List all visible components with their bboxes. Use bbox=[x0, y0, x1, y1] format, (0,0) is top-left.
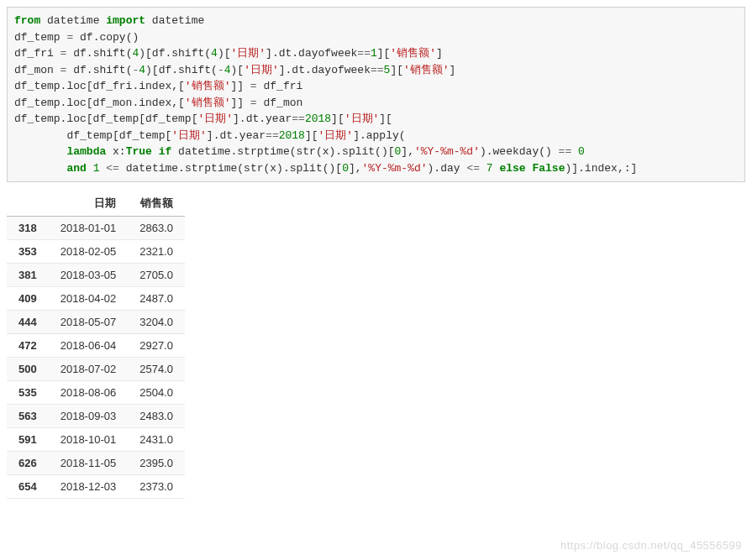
code-text: datetime.strptime(str(x).split()[ bbox=[171, 145, 394, 158]
code-text: ).weekday() bbox=[480, 145, 559, 158]
str: '%Y-%m-%d' bbox=[414, 145, 480, 158]
code-text: )[df.shift( bbox=[145, 64, 218, 76]
num: 0 bbox=[342, 162, 349, 175]
cell-sales: 2487.0 bbox=[128, 287, 185, 311]
code-text: )[ bbox=[218, 47, 231, 60]
cell-date: 2018-04-02 bbox=[49, 287, 129, 311]
str: '销售额' bbox=[185, 80, 231, 92]
code-text: ]] bbox=[230, 97, 250, 109]
row-index: 563 bbox=[7, 405, 49, 428]
op: == bbox=[266, 129, 279, 142]
code-text: df_fri bbox=[14, 47, 60, 60]
code-text: datetime bbox=[145, 14, 204, 27]
num: 2018 bbox=[279, 129, 305, 142]
kw-lambda: lambda bbox=[66, 145, 106, 158]
str: '销售额' bbox=[185, 97, 231, 109]
op: <= bbox=[106, 162, 119, 175]
code-text: df.shift( bbox=[66, 64, 132, 76]
table-row: 5352018-08-062504.0 bbox=[7, 381, 185, 405]
op: == bbox=[357, 47, 371, 60]
kw-from: from bbox=[14, 14, 40, 27]
code-text: ].dt.year bbox=[207, 129, 266, 142]
cell-date: 2018-02-05 bbox=[49, 240, 129, 264]
str: '日期' bbox=[318, 129, 354, 142]
op: == bbox=[559, 145, 572, 158]
code-text: df_temp[df_temp[ bbox=[66, 129, 171, 142]
code-text: ][ bbox=[377, 47, 391, 60]
cell-date: 2018-03-05 bbox=[49, 264, 129, 287]
cell-date: 2018-05-07 bbox=[49, 311, 129, 334]
code-text: ].dt.dayofweek bbox=[266, 47, 357, 60]
row-index: 318 bbox=[7, 217, 49, 240]
str: '日期' bbox=[197, 113, 233, 125]
row-index: 472 bbox=[7, 334, 49, 358]
code-text: ][ bbox=[379, 113, 392, 125]
op: - bbox=[218, 64, 224, 76]
code-text: )[ bbox=[231, 64, 245, 76]
cell-date: 2018-08-06 bbox=[49, 381, 129, 405]
op: <= bbox=[466, 162, 480, 175]
table-row: 6262018-11-052395.0 bbox=[7, 452, 185, 475]
str: '日期' bbox=[171, 129, 207, 142]
row-index: 409 bbox=[7, 287, 49, 311]
cell-sales: 2431.0 bbox=[128, 428, 185, 452]
sp bbox=[480, 162, 486, 175]
table-row: 5002018-07-022574.0 bbox=[7, 358, 185, 381]
pad bbox=[14, 129, 66, 142]
row-index: 353 bbox=[7, 240, 49, 264]
code-text: ], bbox=[349, 162, 362, 175]
code-text: ][ bbox=[390, 64, 403, 76]
table-row: 3532018-02-052321.0 bbox=[7, 240, 185, 264]
op: = bbox=[250, 97, 257, 109]
pad bbox=[14, 145, 66, 158]
table-row: 6542018-12-032373.0 bbox=[7, 475, 185, 499]
num: 4 bbox=[139, 64, 145, 76]
cell-sales: 2373.0 bbox=[128, 475, 185, 499]
code-text: df_temp.loc[df_temp[df_temp[ bbox=[14, 113, 197, 125]
watermark: https://blog.csdn.net/qq_45556599 bbox=[560, 539, 742, 552]
sp bbox=[571, 145, 578, 158]
table-row: 4442018-05-073204.0 bbox=[7, 311, 185, 334]
code-text: ].dt.year bbox=[233, 113, 292, 125]
code-text: )[df.shift( bbox=[139, 47, 211, 60]
code-text: ] bbox=[450, 64, 456, 76]
row-index: 654 bbox=[7, 475, 49, 499]
cell-date: 2018-01-01 bbox=[49, 217, 129, 240]
num: 4 bbox=[211, 47, 218, 60]
cell-sales: 2483.0 bbox=[128, 405, 185, 428]
table-row: 5632018-09-032483.0 bbox=[7, 405, 185, 428]
code-text: df_temp.loc[df_mon.index,[ bbox=[14, 97, 185, 109]
code-text: df_temp bbox=[14, 31, 66, 44]
code-text bbox=[152, 145, 159, 158]
table-row: 5912018-10-012431.0 bbox=[7, 428, 185, 452]
code-text: df.copy() bbox=[73, 31, 139, 44]
row-index: 444 bbox=[7, 311, 49, 334]
code-text: df_mon bbox=[257, 97, 303, 109]
kw-if: if bbox=[159, 145, 172, 158]
row-index: 381 bbox=[7, 264, 49, 287]
kw-false: False bbox=[532, 162, 565, 175]
row-index: 591 bbox=[7, 428, 49, 452]
col-header-date: 日期 bbox=[49, 191, 129, 217]
op: == bbox=[371, 64, 384, 76]
cell-date: 2018-11-05 bbox=[49, 452, 129, 475]
code-text: ][ bbox=[331, 113, 344, 125]
kw-true: True bbox=[126, 145, 152, 158]
cell-sales: 2395.0 bbox=[128, 452, 185, 475]
code-text: df_mon bbox=[14, 64, 60, 76]
cell-sales: 3204.0 bbox=[128, 311, 185, 334]
kw-import: import bbox=[106, 14, 145, 27]
output-table-wrap: 日期 销售额 3182018-01-012863.03532018-02-052… bbox=[7, 191, 745, 499]
cell-sales: 2504.0 bbox=[128, 381, 185, 405]
table-row: 4092018-04-022487.0 bbox=[7, 287, 185, 311]
code-text: ).day bbox=[428, 162, 467, 175]
row-index: 500 bbox=[7, 358, 49, 381]
cell-sales: 2927.0 bbox=[128, 334, 185, 358]
row-index: 535 bbox=[7, 381, 49, 405]
code-cell: from datetime import datetime df_temp = … bbox=[7, 7, 745, 182]
num: 0 bbox=[578, 145, 585, 158]
col-header-sales: 销售额 bbox=[128, 191, 185, 217]
table-row: 4722018-06-042927.0 bbox=[7, 334, 185, 358]
num: 4 bbox=[224, 64, 231, 76]
code-text: df_fri bbox=[257, 80, 303, 92]
